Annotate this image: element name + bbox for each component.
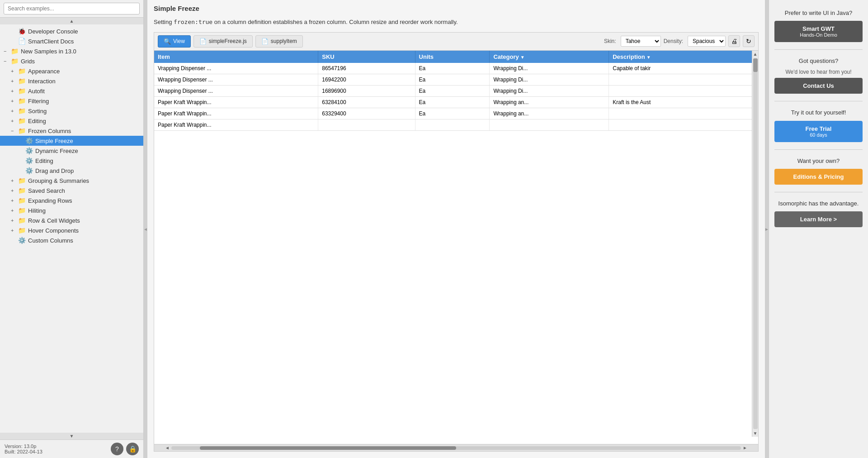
tree-icon: 📁 [18, 197, 26, 204]
print-button[interactable]: 🖨 [728, 35, 740, 47]
cell-item: Paper Kraft Wrappin... [154, 108, 318, 119]
vscroll-down[interactable]: ▼ [752, 430, 758, 437]
cell-category: Wrapping Di... [490, 74, 609, 85]
sidebar-item-drag-and-drop[interactable]: ⚙️Drag and Drop [0, 166, 143, 176]
horizontal-scrollbar[interactable]: ◄ ► [154, 444, 758, 451]
sidebar-item-row-cell-widgets[interactable]: +📁Row & Cell Widgets [0, 215, 143, 225]
sidebar-item-developer-console[interactable]: 🐞Developer Console [0, 26, 143, 36]
lock-button[interactable]: 🔒 [126, 443, 139, 455]
sidebar-item-dynamic-freeze[interactable]: ⚙️Dynamic Freeze [0, 146, 143, 156]
cell-units [415, 119, 490, 130]
cell-units: Ea [415, 96, 490, 108]
sidebar-item-new-samples[interactable]: −📁New Samples in 13.0 [0, 46, 143, 56]
sidebar-item-editing-sub[interactable]: ⚙️Editing [0, 156, 143, 166]
sidebar-item-grids[interactable]: −📁Grids [0, 56, 143, 66]
cell-units: Ea [415, 63, 490, 74]
tree-label: Developer Console [28, 28, 78, 35]
hscroll-right[interactable]: ► [741, 445, 749, 450]
smart-gwt-button[interactable]: Smart GWT Hands-On Demo [774, 21, 863, 42]
scroll-up-arrow[interactable]: ▲ [0, 18, 143, 24]
cell-description [609, 108, 758, 119]
sidebar-item-filtering[interactable]: +📁Filtering [0, 96, 143, 106]
sidebar-item-smartclient-docs[interactable]: 📄SmartClient Docs [0, 36, 143, 46]
java-promo-heading: Prefer to write UI in Java? [774, 9, 863, 17]
sidebar-item-simple-freeze[interactable]: ⚙️Simple Freeze [0, 136, 143, 146]
tree-icon: ⚙️ [18, 237, 26, 244]
right-panel: Prefer to write UI in Java? Smart GWT Ha… [769, 0, 868, 458]
cell-description [609, 119, 758, 130]
tree-icon: 📁 [18, 207, 26, 214]
toggle-icon: + [11, 88, 16, 94]
vertical-scrollbar[interactable]: ▲ ▼ [752, 51, 758, 437]
tab-simpleFreeze[interactable]: 📄simpleFreeze.js [193, 35, 253, 48]
tab-supplyItem[interactable]: 📄supplyItem [255, 35, 303, 48]
vscroll-up[interactable]: ▲ [752, 51, 758, 57]
version-text: Version: 13.0p Built: 2022-04-13 [5, 444, 42, 454]
free-trial-button[interactable]: Free Trial 60 days [774, 121, 863, 142]
toggle-icon: + [11, 198, 16, 203]
tree-icon: 📁 [18, 217, 26, 224]
grid-container[interactable]: ItemSKUUnitsCategory▼Description▼ Vrappi… [154, 51, 758, 444]
tree-icon: ⚙️ [25, 157, 33, 164]
tree-label: Hiliting [28, 207, 46, 214]
sidebar-item-editing[interactable]: +📁Editing [0, 116, 143, 126]
trial-heading: Try it out for yourself! [774, 109, 863, 117]
tab-label: supplyItem [271, 38, 297, 44]
sidebar: ▲ 🐞Developer Console 📄SmartClient Docs−📁… [0, 0, 144, 458]
cell-sku: 63284100 [318, 96, 415, 108]
data-grid: ItemSKUUnitsCategory▼Description▼ Vrappi… [154, 51, 758, 131]
right-resize-handle[interactable] [765, 0, 769, 458]
contact-section: Got questions? We'd love to hear from yo… [774, 57, 863, 94]
left-resize-handle[interactable] [144, 0, 147, 458]
tab-view[interactable]: 🔍View [158, 35, 191, 48]
divider-3 [774, 149, 863, 150]
scroll-down-arrow[interactable]: ▼ [0, 433, 143, 439]
sidebar-item-appearance[interactable]: +📁Appearance [0, 66, 143, 76]
learn-more-button[interactable]: Learn More > [774, 211, 863, 227]
tree-label: Simple Freeze [35, 138, 73, 144]
search-input[interactable] [4, 3, 140, 14]
toggle-icon: + [11, 108, 16, 114]
sidebar-footer: Version: 13.0p Built: 2022-04-13 ? 🔒 [0, 439, 143, 458]
col-header-item[interactable]: Item [154, 51, 318, 63]
vscroll-thumb[interactable] [753, 58, 758, 72]
table-row[interactable]: Wrapping Dispenser ...16942200EaWrapping… [154, 74, 758, 85]
table-row[interactable]: Vrapping Dispenser ...86547196EaWrapping… [154, 63, 758, 74]
col-header-sku[interactable]: SKU [318, 51, 415, 63]
sidebar-item-autofit[interactable]: +📁Autofit [0, 86, 143, 96]
col-header-category[interactable]: Category▼ [490, 51, 609, 63]
editions-pricing-button[interactable]: Editions & Pricing [774, 169, 863, 185]
sidebar-item-hiliting[interactable]: +📁Hiliting [0, 205, 143, 215]
cell-category [490, 119, 609, 130]
sidebar-item-interaction[interactable]: +📁Interaction [0, 76, 143, 86]
col-header-units[interactable]: Units [415, 51, 490, 63]
table-row[interactable]: Wrapping Dispenser ...16896900EaWrapping… [154, 85, 758, 96]
tab-label: View [173, 38, 185, 44]
hscroll-thumb[interactable] [200, 446, 456, 450]
sidebar-item-frozen-columns[interactable]: −📁Frozen Columns [0, 126, 143, 136]
hscroll-track [171, 446, 741, 450]
sidebar-item-expanding-rows[interactable]: +📁Expanding Rows [0, 196, 143, 205]
col-header-description[interactable]: Description▼ [609, 51, 758, 63]
table-row[interactable]: Paper Kraft Wrappin... [154, 119, 758, 130]
refresh-button[interactable]: ↻ [743, 35, 755, 47]
sidebar-item-custom-columns[interactable]: ⚙️Custom Columns [0, 235, 143, 245]
contact-us-button[interactable]: Contact Us [774, 78, 863, 94]
sidebar-item-sorting[interactable]: +📁Sorting [0, 106, 143, 116]
table-row[interactable]: Paper Kraft Wrappin...63329400EaWrapping… [154, 108, 758, 119]
help-button[interactable]: ? [111, 443, 123, 455]
tab-icon: 📄 [199, 38, 207, 45]
sidebar-item-hover-components[interactable]: +📁Hover Components [0, 225, 143, 235]
skin-select[interactable]: TahoeEnterpriseGraphiteFlatMaterial [621, 36, 661, 47]
grid-wrapper: ItemSKUUnitsCategory▼Description▼ Vrappi… [154, 51, 758, 444]
cell-category: Wrapping Di... [490, 63, 609, 74]
sidebar-item-grouping-summaries[interactable]: +📁Grouping & Summaries [0, 176, 143, 186]
table-row[interactable]: Paper Kraft Wrappin...63284100EaWrapping… [154, 96, 758, 108]
hscroll-left[interactable]: ◄ [163, 445, 171, 450]
sidebar-item-saved-search[interactable]: +📁Saved Search [0, 186, 143, 196]
density-select[interactable]: SpaciousMediumCompact [688, 36, 726, 47]
tree-icon: 📁 [18, 187, 26, 194]
cell-category: Wrapping an... [490, 108, 609, 119]
tree-label: Drag and Drop [35, 167, 74, 174]
tree-label: Interaction [28, 78, 56, 85]
